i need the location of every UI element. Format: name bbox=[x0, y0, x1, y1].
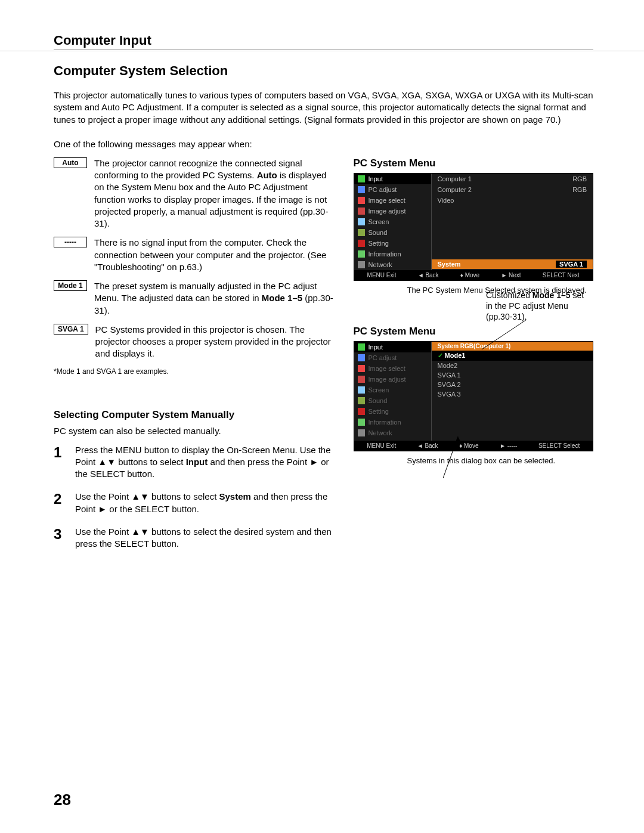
osd-system-option: Mode1 bbox=[432, 351, 593, 361]
menu-item-icon bbox=[358, 376, 365, 383]
osd-footer-item: ◄ Back bbox=[417, 442, 438, 449]
menu-item-label: Input bbox=[369, 175, 383, 182]
menu-item-icon bbox=[358, 419, 365, 426]
menu-item-icon bbox=[358, 186, 365, 193]
osd-system-bar: System SVGA 1 bbox=[432, 259, 593, 269]
system-label: System bbox=[438, 261, 461, 268]
osd-input-row: Video bbox=[432, 195, 593, 206]
lead-line: One of the following messages may appear… bbox=[54, 139, 593, 149]
manual-title: Selecting Computer System Manually bbox=[54, 409, 336, 421]
osd-footer: MENU Exit◄ Back♦ Move► NextSELECT Next bbox=[354, 270, 593, 280]
page-title: Computer System Selection bbox=[54, 63, 593, 79]
menu-item-icon bbox=[358, 365, 365, 372]
osd-side-item: Network bbox=[354, 259, 431, 270]
menu-item-icon bbox=[358, 250, 365, 258]
osd-screenshot-1: InputPC adjustImage selectImage adjustSc… bbox=[354, 173, 594, 281]
page-number: 28 bbox=[54, 791, 71, 809]
osd-side-item: PC adjust bbox=[354, 184, 431, 195]
menu-item-label: Setting bbox=[369, 240, 389, 247]
menu-item-label: PC adjust bbox=[369, 186, 397, 193]
osd-side-item: Image adjust bbox=[354, 374, 431, 385]
message-text: There is no signal input from the comput… bbox=[94, 237, 336, 273]
step-number: 1 bbox=[54, 444, 66, 461]
menu-item-label: Image adjust bbox=[369, 208, 406, 215]
osd-footer-item: ◄ Back bbox=[418, 272, 439, 278]
menu-item-icon bbox=[358, 229, 365, 236]
right-lower: Customized Mode 1–5 set in the PC adjust… bbox=[354, 326, 594, 466]
osd-side-item: Input bbox=[354, 342, 431, 352]
right-upper: PC System Menu InputPC adjustImage selec… bbox=[354, 157, 594, 296]
intro-paragraph: This projector automatically tunes to va… bbox=[54, 89, 593, 126]
menu-title-1: PC System Menu bbox=[354, 157, 594, 169]
osd-footer-2: MENU Exit◄ Back♦ Move► -----SELECT Selec… bbox=[354, 441, 593, 451]
osd-system-option: Mode2 bbox=[432, 361, 593, 370]
osd-side-item: Sound bbox=[354, 227, 431, 238]
osd-side-item: Setting bbox=[354, 406, 431, 417]
osd-side-item: Screen bbox=[354, 385, 431, 395]
right-column: PC System Menu InputPC adjustImage selec… bbox=[354, 157, 594, 561]
menu-item-label: Sound bbox=[369, 229, 388, 236]
menu-item-icon bbox=[358, 354, 365, 361]
osd-side-item: Image select bbox=[354, 363, 431, 374]
osd-system-option: SVGA 1 bbox=[432, 370, 593, 380]
message-tag: SVGA 1 bbox=[54, 324, 88, 335]
menu-item-icon bbox=[358, 397, 365, 404]
menu-item-label: Image adjust bbox=[369, 376, 406, 383]
menu-item-label: Network bbox=[369, 429, 392, 436]
annotation-top: Customized Mode 1–5 set in the PC adjust… bbox=[486, 290, 587, 323]
system-value: SVGA 1 bbox=[556, 261, 587, 268]
osd-footer-item: ♦ Move bbox=[459, 442, 478, 449]
message-tag: ----- bbox=[54, 237, 87, 247]
osd-screenshot-2: InputPC adjustImage selectImage adjustSc… bbox=[354, 341, 594, 451]
step: 3Use the Point ▲▼ buttons to select the … bbox=[54, 526, 336, 550]
menu-item-icon bbox=[358, 208, 365, 215]
osd-system-option: SVGA 2 bbox=[432, 380, 593, 389]
footnote: *Mode 1 and SVGA 1 are examples. bbox=[54, 367, 336, 376]
menu-item-label: Screen bbox=[369, 386, 389, 394]
menu-item-label: Screen bbox=[369, 218, 389, 225]
message-row: AutoThe projector cannot recognize the c… bbox=[54, 157, 336, 230]
osd-side-item: Network bbox=[354, 428, 431, 438]
menu-item-label: Input bbox=[369, 343, 383, 351]
osd-footer-item: MENU Exit bbox=[367, 442, 396, 449]
osd-footer-item: SELECT Select bbox=[538, 442, 580, 449]
osd-side-item: Input bbox=[354, 174, 431, 184]
menu-item-icon bbox=[358, 261, 365, 268]
osd-main: Computer 1RGBComputer 2RGBVideo System S… bbox=[432, 174, 593, 270]
osd-system-option: SVGA 3 bbox=[432, 389, 593, 399]
osd-side-item: PC adjust bbox=[354, 352, 431, 363]
step-number: 2 bbox=[54, 491, 66, 507]
osd-input-row: Computer 1RGB bbox=[432, 174, 593, 184]
menu-item-label: PC adjust bbox=[369, 354, 397, 361]
message-text: The projector cannot recognize the conne… bbox=[94, 157, 336, 230]
osd-sidebar-2: InputPC adjustImage selectImage adjustSc… bbox=[354, 342, 432, 441]
menu-item-icon bbox=[358, 197, 365, 204]
step-number: 3 bbox=[54, 526, 66, 543]
osd-footer-item: ► Next bbox=[501, 272, 521, 278]
message-list: AutoThe projector cannot recognize the c… bbox=[54, 157, 336, 360]
steps-list: 1Press the MENU button to display the On… bbox=[54, 444, 336, 550]
osd-main-2: System RGB(Computer 1) Mode1Mode2SVGA 1S… bbox=[432, 342, 593, 441]
left-column: AutoThe projector cannot recognize the c… bbox=[54, 157, 336, 561]
osd-side-item: Screen bbox=[354, 216, 431, 227]
osd-footer-item: SELECT Next bbox=[543, 272, 580, 278]
menu-item-label: Sound bbox=[369, 397, 388, 404]
osd-side-item: Information bbox=[354, 249, 431, 259]
osd-footer-item: MENU Exit bbox=[367, 272, 397, 278]
message-text: PC Systems provided in this projector is… bbox=[95, 324, 336, 360]
menu-item-label: Information bbox=[369, 419, 401, 426]
menu-item-icon bbox=[358, 429, 365, 436]
message-row: Mode 1The preset system is manually adju… bbox=[54, 280, 336, 317]
menu-item-label: Image select bbox=[369, 365, 405, 372]
step-text: Use the Point ▲▼ buttons to select Syste… bbox=[75, 491, 336, 515]
menu-item-label: Network bbox=[369, 261, 392, 268]
menu-item-label: Setting bbox=[369, 408, 389, 415]
osd-side-item: Setting bbox=[354, 238, 431, 249]
menu-item-label: Image select bbox=[369, 197, 405, 204]
step: 2Use the Point ▲▼ buttons to select Syst… bbox=[54, 491, 336, 515]
osd-side-item: Image adjust bbox=[354, 206, 431, 216]
menu-item-label: Information bbox=[369, 250, 401, 258]
step: 1Press the MENU button to display the On… bbox=[54, 444, 336, 481]
osd-footer-item: ♦ Move bbox=[460, 272, 479, 278]
osd-footer-item: ► ----- bbox=[500, 442, 517, 449]
